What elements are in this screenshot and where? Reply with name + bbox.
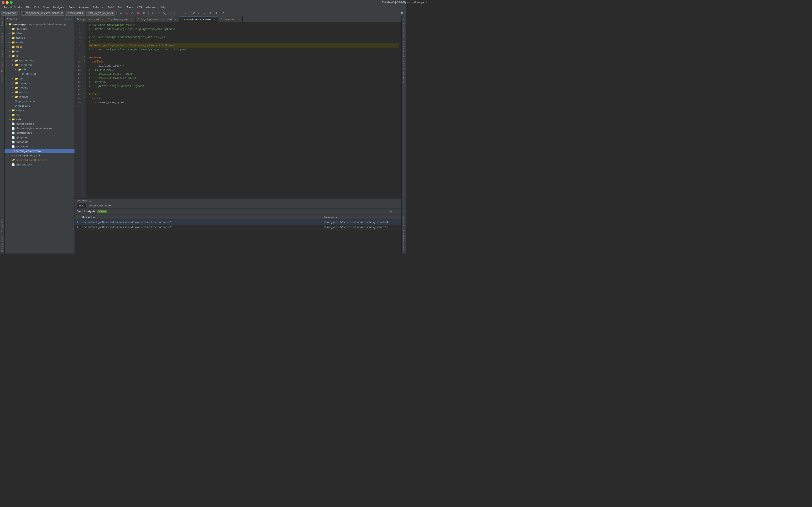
sdk-selector[interactable]: 📱 sdk_gphone_x86 arm (mobile) ▼ bbox=[21, 11, 64, 16]
tree-models[interactable]: ▶ 📁 models bbox=[5, 85, 74, 90]
git-push[interactable]: ↑ bbox=[208, 11, 213, 16]
tree-gitignore[interactable]: ▶ 📄 .gitignore bbox=[5, 135, 74, 139]
flutter-performance-tab[interactable]: Flutter Performance bbox=[402, 59, 406, 85]
git-commit[interactable]: ✓ bbox=[202, 11, 207, 16]
collapse-all-icon[interactable]: ≡ bbox=[68, 18, 70, 20]
tree-web[interactable]: ▶ 📁 web bbox=[5, 117, 74, 121]
result-row-2[interactable]: ℹ The method _notInlinedMessages should … bbox=[75, 225, 401, 230]
menu-android-studio[interactable]: Android Studio bbox=[2, 5, 24, 9]
git-update[interactable]: ✓ bbox=[196, 11, 201, 16]
tree-idea[interactable]: ▶ 📁 .idea bbox=[5, 31, 74, 36]
build-variants-tab[interactable]: Build Variants bbox=[0, 234, 4, 253]
tab-app-router-close[interactable]: × bbox=[101, 18, 104, 20]
result-row-1[interactable]: ℹ The method _notInlinedMessages should … bbox=[75, 220, 401, 225]
tab-pubspec[interactable]: Y pubspec.yaml × bbox=[106, 16, 136, 22]
back-button[interactable]: ← bbox=[176, 11, 181, 16]
tree-intl[interactable]: ▼ 📁 intl bbox=[5, 67, 74, 72]
resource-manager-tab[interactable]: Resource Manager bbox=[0, 60, 4, 85]
tree-assets[interactable]: ▶ 📁 assets bbox=[5, 40, 74, 45]
menu-navigate[interactable]: Navigate bbox=[51, 5, 66, 9]
tree-screens[interactable]: ▶ 📁 screens bbox=[5, 90, 74, 94]
attach-debugger[interactable]: 🔧 bbox=[162, 11, 167, 16]
structure-tab-vertical[interactable]: 2: Structure bbox=[0, 31, 4, 48]
close-button[interactable] bbox=[2, 1, 5, 4]
search-everywhere[interactable]: 🔍 bbox=[400, 11, 405, 16]
tree-build[interactable]: ▶ 📁 build bbox=[5, 45, 74, 49]
tree-gitattributes[interactable]: ▶ 📄 .gitattributes bbox=[5, 130, 74, 135]
code-editor[interactable]: 12345 678910 1112131415 1617181920 21 ⊖ … bbox=[75, 22, 401, 198]
menu-help[interactable]: Help bbox=[158, 5, 167, 9]
menu-run[interactable]: Run bbox=[116, 5, 124, 9]
tree-app-router[interactable]: ▶ D app_router.dart bbox=[5, 99, 74, 103]
menu-refactor[interactable]: Refactor bbox=[91, 5, 105, 9]
gear-icon[interactable]: ⚙ bbox=[64, 18, 67, 20]
header-loc-col[interactable]: Location ▲ bbox=[322, 216, 401, 219]
tree-lib[interactable]: ▼ 📁 lib bbox=[5, 54, 74, 58]
tab-main-dart[interactable]: D main.dart × bbox=[218, 16, 243, 22]
tree-android[interactable]: ▶ 📁 android bbox=[5, 36, 74, 40]
device-selector[interactable]: Pixel_3a_API_30_x86 ▼ bbox=[86, 11, 115, 16]
tree-main-dart[interactable]: ▶ D main.dart bbox=[5, 103, 74, 108]
tree-widgets[interactable]: ▶ 📁 widgets bbox=[5, 94, 74, 99]
panel-minimize-icon[interactable]: — bbox=[395, 209, 400, 214]
window-controls[interactable] bbox=[2, 1, 13, 4]
panel-settings-icon[interactable]: ⚙ bbox=[389, 209, 394, 214]
tab-forgot-password-close[interactable]: × bbox=[174, 18, 177, 20]
tree-metadata[interactable]: ▶ 📄 .metadata bbox=[5, 139, 74, 144]
tab-app-router[interactable]: D app_router.dart × bbox=[75, 16, 106, 22]
project-tab-vertical[interactable]: 1: Project bbox=[0, 16, 4, 31]
file-tree[interactable]: ▼ 📁 luma-app ~/apps/projects/atco/luma-a… bbox=[5, 22, 74, 253]
tab-analysis-options[interactable]: Y analysis_options.yaml × bbox=[179, 16, 218, 22]
tab-analysis-options-close[interactable]: × bbox=[213, 18, 216, 21]
menu-analyze[interactable]: Analyze bbox=[77, 5, 90, 9]
tab-linter-rules[interactable]: Linter Rules Editor bbox=[87, 204, 114, 208]
tree-analysis-options[interactable]: ▶ Y analysis_options.yaml bbox=[5, 149, 74, 153]
device-file-explorer-tab[interactable]: Device File Explorer bbox=[402, 227, 406, 253]
git-pull[interactable]: ↓ bbox=[214, 11, 219, 16]
tree-scripts[interactable]: ▶ 📁 scripts bbox=[5, 108, 74, 112]
debug-button[interactable]: 🐞 bbox=[124, 11, 129, 16]
tree-managers[interactable]: ▶ 📁 managers bbox=[5, 81, 74, 85]
menu-file[interactable]: File bbox=[24, 5, 32, 9]
tree-git-crypt[interactable]: ▶ 🔑 git-crypt-luma-flutter.key bbox=[5, 158, 74, 162]
stop-run-button[interactable]: ⬛ bbox=[168, 11, 173, 16]
code-area[interactable]: # For more information visit: # https://… bbox=[86, 22, 401, 198]
tree-dart-tool[interactable]: ▶ 📁 .dart_tool bbox=[5, 26, 74, 31]
tree-l10n-dart[interactable]: ▶ D l10n.dart bbox=[5, 72, 74, 76]
tree-flutter-plugins[interactable]: ▶ 📄 .flutter-plugins bbox=[5, 121, 74, 126]
tab-pubspec-close[interactable]: × bbox=[130, 18, 133, 20]
flutter-outline-tab[interactable]: Flutter Outline bbox=[402, 39, 406, 59]
commit-tab-vertical[interactable]: Commit bbox=[0, 48, 4, 60]
favorites-tab[interactable]: 2: Favorites bbox=[0, 218, 4, 234]
flutter-hot-restart[interactable]: ↺ bbox=[156, 11, 161, 16]
project-selector[interactable]: ▼ luma-app bbox=[1, 11, 18, 16]
tab-main-dart-close[interactable]: × bbox=[238, 18, 240, 20]
editor-tabs[interactable]: D app_router.dart × Y pubspec.yaml × D f… bbox=[75, 16, 401, 22]
forward-button[interactable]: → bbox=[182, 11, 187, 16]
close-panel-icon[interactable]: × bbox=[71, 18, 73, 20]
tree-pubspec-lock[interactable]: ▶ 📄 pubspec.lock bbox=[5, 162, 74, 167]
tree-l10n[interactable]: ▶ 📁 l10n bbox=[5, 76, 74, 81]
profile-button[interactable]: ⏱ bbox=[130, 11, 135, 16]
flutter-hot-reload[interactable]: ⚡ bbox=[150, 11, 155, 16]
stop-button[interactable]: ■ bbox=[136, 11, 141, 16]
maximize-button[interactable] bbox=[10, 1, 13, 4]
header-desc-col[interactable]: Description bbox=[80, 216, 322, 219]
tree-flutter-plugins-deps[interactable]: ▶ 📄 .flutter-plugins-dependencies bbox=[5, 126, 74, 130]
tree-generated[interactable]: ▼ 📁 generated bbox=[5, 63, 74, 67]
git-branches[interactable]: ⎇ bbox=[220, 11, 225, 16]
tree-azure[interactable]: ▶ Y azure-pipelines.yaml bbox=[5, 153, 74, 158]
minimize-button[interactable] bbox=[6, 1, 9, 4]
tree-packages[interactable]: ▶ 📄 .packages bbox=[5, 144, 74, 149]
menu-tools[interactable]: Tools bbox=[125, 5, 135, 9]
menu-build[interactable]: Build bbox=[106, 5, 115, 9]
tree-app-settings[interactable]: ▶ 📁 app_settings bbox=[5, 58, 74, 63]
branch-selector[interactable]: ⎇ main.dart ▼ bbox=[65, 11, 85, 16]
menu-view[interactable]: View bbox=[42, 5, 51, 9]
code-link-2[interactable]: https://dart.dev/guides/language/analysi… bbox=[95, 27, 175, 31]
tree-test[interactable]: ▶ 📁 test bbox=[5, 112, 74, 117]
menu-edit[interactable]: Edit bbox=[33, 5, 41, 9]
sync-button[interactable]: ⟳ bbox=[142, 11, 147, 16]
flutter-inspector-tab[interactable]: Flutter Inspector bbox=[402, 16, 406, 39]
tab-forgot-password[interactable]: D forgot_password_vm.dart × bbox=[136, 16, 179, 22]
